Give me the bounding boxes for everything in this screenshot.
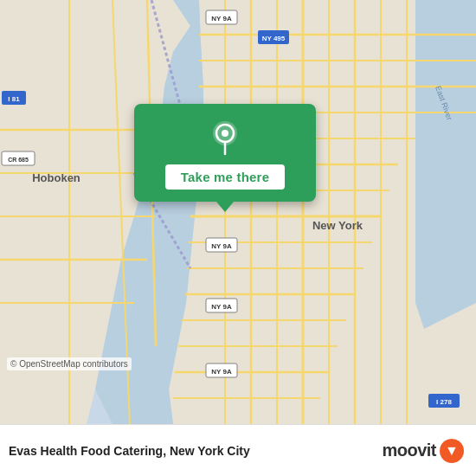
svg-text:New York: New York bbox=[312, 219, 363, 232]
place-info: Evas Health Food Catering, New York City bbox=[9, 444, 250, 458]
svg-text:I 81: I 81 bbox=[8, 95, 20, 103]
location-popup: Take me there bbox=[134, 104, 316, 202]
svg-point-60 bbox=[222, 130, 228, 137]
svg-text:I 278: I 278 bbox=[436, 398, 452, 406]
svg-text:NY 495: NY 495 bbox=[262, 35, 286, 42]
map-view[interactable]: NY 9A NY 9A NY 9A NY 9A NY 495 I 278 CR … bbox=[0, 0, 476, 424]
svg-text:Hoboken: Hoboken bbox=[32, 171, 80, 184]
svg-text:NY 9A: NY 9A bbox=[211, 15, 232, 23]
bottom-bar: Evas Health Food Catering, New York City… bbox=[0, 424, 476, 476]
place-name: Evas Health Food Catering, New York City bbox=[9, 444, 250, 458]
location-pin-icon bbox=[206, 118, 244, 156]
take-me-there-button[interactable]: Take me there bbox=[165, 164, 285, 190]
moovit-logo-text: moovit bbox=[382, 441, 436, 460]
svg-text:NY 9A: NY 9A bbox=[211, 303, 232, 311]
svg-text:CR 685: CR 685 bbox=[8, 157, 29, 163]
map-attribution: © OpenStreetMap contributors bbox=[7, 357, 132, 370]
moovit-logo[interactable]: moovit ▼ bbox=[382, 439, 464, 463]
svg-text:NY 9A: NY 9A bbox=[211, 242, 232, 250]
moovit-pin-icon: ▼ bbox=[445, 444, 459, 458]
moovit-dot: ▼ bbox=[440, 439, 464, 463]
svg-marker-5 bbox=[415, 0, 476, 329]
svg-text:NY 9A: NY 9A bbox=[211, 368, 232, 376]
